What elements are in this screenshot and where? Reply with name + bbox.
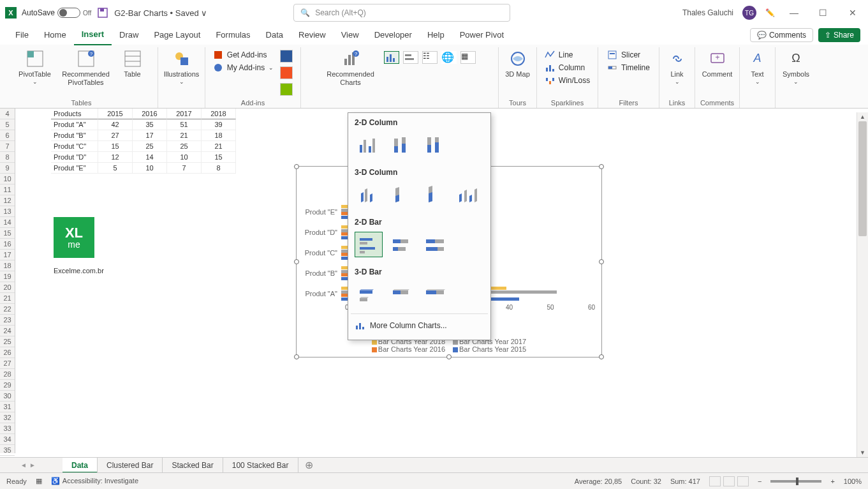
clustered-bar-option[interactable] — [355, 232, 383, 257]
link-button[interactable]: Link⌄ — [665, 47, 690, 86]
3d-100-stacked-bar-option[interactable] — [421, 282, 449, 307]
stacked-column-option[interactable] — [388, 132, 416, 158]
table-header[interactable]: Products — [51, 109, 98, 119]
sparkline-column-button[interactable]: Column — [545, 63, 590, 73]
scroll-down-arrow[interactable]: ▼ — [857, 448, 868, 457]
row-header[interactable]: 34 — [0, 434, 15, 445]
row-header[interactable]: 6 — [0, 130, 15, 141]
row-header[interactable]: 10 — [0, 174, 15, 184]
row-header[interactable]: 25 — [0, 336, 15, 347]
tab-insert[interactable]: Insert — [74, 25, 112, 45]
column-chart-dropdown-button[interactable] — [384, 51, 399, 64]
sheet-tab-next[interactable]: ► — [28, 462, 37, 469]
zoom-out-button[interactable]: − — [758, 478, 761, 485]
macro-icon[interactable]: ▦ — [36, 477, 42, 485]
table-cell[interactable]: 15 — [98, 141, 133, 152]
3d-stacked-column-option[interactable] — [388, 182, 416, 207]
table-cell[interactable]: Produt "B" — [51, 130, 98, 141]
my-addins-button[interactable]: My Add-ins ⌄ — [213, 63, 274, 73]
table-cell[interactable]: 18 — [202, 130, 236, 141]
scroll-up-arrow[interactable]: ▲ — [857, 112, 868, 121]
table-cell[interactable]: 21 — [202, 141, 236, 152]
resize-handle-ne[interactable] — [599, 164, 604, 169]
tab-pagelayout[interactable]: Page Layout — [146, 26, 208, 45]
table-cell[interactable]: 14 — [133, 152, 167, 163]
hierarchy-chart-button[interactable]: ☷ — [422, 51, 438, 64]
bing-icon[interactable] — [280, 66, 293, 79]
get-addins-button[interactable]: Get Add-ins — [213, 50, 274, 60]
clustered-column-option[interactable] — [355, 132, 383, 158]
row-header[interactable]: 23 — [0, 315, 15, 326]
tab-data[interactable]: Data — [258, 26, 291, 45]
sparkline-line-button[interactable]: Line — [545, 50, 590, 60]
sheet-tab-100stacked[interactable]: 100 Stacked Bar — [223, 458, 298, 473]
row-header[interactable]: 13 — [0, 206, 15, 217]
row-header[interactable]: 27 — [0, 358, 15, 369]
pivotchart-icon[interactable]: ▦ — [460, 51, 476, 64]
row-header[interactable]: 29 — [0, 380, 15, 391]
sheet-tab-stacked[interactable]: Stacked Bar — [163, 458, 223, 473]
table-cell[interactable]: Produt "A" — [51, 119, 98, 130]
row-header[interactable]: 15 — [0, 228, 15, 239]
table-cell[interactable]: 8 — [202, 163, 236, 174]
resize-handle-e[interactable] — [599, 259, 604, 264]
3d-stacked-bar-option[interactable] — [388, 282, 416, 307]
illustrations-button[interactable]: Illustrations⌄ — [163, 47, 201, 86]
view-pagebreak-button[interactable] — [737, 476, 749, 486]
tab-review[interactable]: Review — [291, 26, 334, 45]
stacked-bar-option[interactable] — [388, 232, 416, 257]
new-sheet-button[interactable]: ⊕ — [298, 459, 320, 471]
comments-button[interactable]: 💬 Comments — [750, 28, 813, 42]
more-column-charts-button[interactable]: More Column Charts... — [348, 315, 490, 336]
row-header[interactable]: 26 — [0, 347, 15, 358]
maximize-button[interactable]: ☐ — [813, 8, 834, 18]
tab-help[interactable]: Help — [420, 26, 452, 45]
row-header[interactable]: 18 — [0, 260, 15, 271]
row-header[interactable]: 30 — [0, 391, 15, 402]
resize-handle-s[interactable] — [446, 354, 452, 359]
3d-clustered-bar-option[interactable] — [355, 282, 383, 307]
3d-column-option[interactable] — [454, 182, 482, 207]
100-stacked-bar-option[interactable] — [421, 232, 449, 257]
slicer-button[interactable]: Slicer — [607, 50, 650, 60]
row-header[interactable]: 9 — [0, 163, 15, 174]
recommended-charts-button[interactable]: ?Recommended Charts — [324, 47, 378, 87]
tab-home[interactable]: Home — [36, 26, 74, 45]
table-cell[interactable]: 15 — [202, 152, 236, 163]
sparkline-winloss-button[interactable]: Win/Loss — [545, 75, 590, 86]
table-cell[interactable]: 7 — [167, 163, 202, 174]
row-header[interactable]: 5 — [0, 119, 15, 130]
resize-handle-sw[interactable] — [294, 354, 299, 359]
mic-icon[interactable]: ✏️ — [765, 8, 775, 17]
accessibility-status[interactable]: ♿Accessibility: Investigate — [51, 477, 138, 485]
close-button[interactable]: ✕ — [842, 8, 863, 18]
table-header[interactable]: 2017 — [167, 109, 202, 119]
row-header[interactable]: 16 — [0, 239, 15, 250]
vertical-scrollbar[interactable]: ▲ ▼ — [857, 112, 868, 457]
row-header[interactable]: 14 — [0, 217, 15, 228]
table-header[interactable]: 2016 — [133, 109, 167, 119]
table-button[interactable]: Table — [118, 47, 147, 79]
search-input[interactable]: 🔍 Search (Alt+Q) — [293, 4, 510, 22]
row-header[interactable]: 35 — [0, 445, 15, 456]
table-cell[interactable]: Produt "C" — [51, 141, 98, 152]
autosave-toggle-group[interactable]: AutoSave Off — [22, 8, 91, 18]
resize-handle-nw[interactable] — [294, 164, 299, 169]
zoom-in-button[interactable]: + — [830, 478, 834, 485]
new-comment-button[interactable]: +Comment — [700, 47, 735, 79]
resize-handle-w[interactable] — [294, 259, 299, 264]
row-header[interactable]: 31 — [0, 402, 15, 412]
row-header[interactable]: 7 — [0, 141, 15, 152]
tab-developer[interactable]: Developer — [367, 26, 420, 45]
table-cell[interactable]: 42 — [98, 119, 133, 130]
sheet-tab-prev[interactable]: ◄ — [19, 462, 28, 469]
share-button[interactable]: ⇪ Share — [818, 28, 860, 42]
table-cell[interactable]: 25 — [167, 141, 202, 152]
vertical-scroll-thumb[interactable] — [858, 121, 867, 236]
symbols-button[interactable]: ΩSymbols⌄ — [780, 47, 812, 86]
people-icon[interactable] — [280, 83, 293, 96]
tab-view[interactable]: View — [334, 26, 367, 45]
3d-clustered-column-option[interactable] — [355, 182, 383, 207]
row-header[interactable]: 20 — [0, 282, 15, 293]
user-avatar[interactable]: TG — [742, 6, 756, 20]
